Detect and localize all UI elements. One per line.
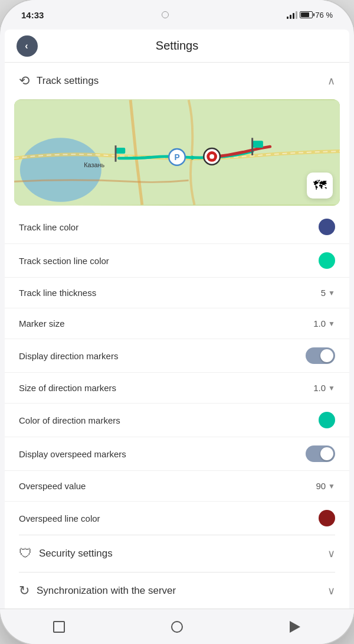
svg-text:Казань: Казань [84,161,104,168]
circle-icon [171,621,183,633]
svg-rect-3 [115,145,117,162]
security-settings-title: Security settings [39,548,113,560]
nav-home-button[interactable] [169,619,185,635]
track-line-color-swatch[interactable] [319,219,335,235]
size-direction-markers-label: Size of direction markers [19,383,116,393]
display-overspeed-markers-toggle[interactable] [306,445,335,462]
color-direction-markers-row[interactable]: Color of direction markers [5,404,349,437]
track-line-color-label: Track line color [19,222,78,232]
track-thickness-row[interactable]: Track line thickness 5 ▼ [5,278,349,308]
security-settings-chevron: ∨ [327,547,335,560]
display-overspeed-markers-row[interactable]: Display overspeed markers [5,437,349,471]
track-thickness-value: 5 [321,288,326,298]
marker-size-value: 1.0 [313,318,326,328]
back-arrow-icon: ‹ [25,41,28,51]
security-settings-header[interactable]: 🛡 Security settings ∨ [5,535,349,572]
track-thickness-dropdown[interactable]: 5 ▼ [321,288,335,298]
triangle-icon [290,621,300,633]
sync-settings-title: Synchronization with the server [37,585,176,597]
size-direction-markers-row[interactable]: Size of direction markers 1.0 ▼ [5,373,349,404]
overspeed-value-dropdown[interactable]: 90 ▼ [316,481,335,491]
map-icon: 🗺 [313,178,326,193]
phone-frame: 14:33 76 % ‹ Settings [0,0,354,644]
svg-rect-2 [116,148,126,154]
track-section-color-row[interactable]: Track section line color [5,244,349,278]
marker-size-arrow: ▼ [328,320,335,328]
overspeed-value-row[interactable]: Overspeed value 90 ▼ [5,471,349,502]
security-settings-icon: 🛡 [19,546,32,561]
track-thickness-arrow: ▼ [328,289,335,297]
track-settings-header[interactable]: ⟲ Track settings ∧ [5,63,349,99]
status-center-dot [162,11,169,18]
square-icon [53,621,65,633]
track-section-color-label: Track section line color [19,256,109,266]
track-line-color-row[interactable]: Track line color [5,210,349,244]
marker-size-dropdown[interactable]: 1.0 ▼ [313,318,335,328]
nav-back-button[interactable] [287,619,303,635]
svg-rect-10 [253,141,263,148]
sync-settings-chevron: ∨ [327,584,335,597]
display-direction-markers-toggle[interactable] [306,347,335,364]
marker-size-label: Marker size [19,318,65,328]
track-thickness-label: Track line thickness [19,288,96,298]
track-settings-icon: ⟲ [19,73,30,89]
sync-settings-header[interactable]: ↻ Synchronization with the server ∨ [5,573,349,609]
overspeed-line-color-swatch[interactable] [319,510,335,526]
app-header: ‹ Settings [5,30,349,63]
display-direction-markers-label: Display direction markers [19,351,118,361]
overspeed-value-arrow: ▼ [328,482,335,490]
scroll-content[interactable]: ⟲ Track settings ∧ [5,63,349,609]
signal-icon [287,11,297,19]
back-button[interactable]: ‹ [17,35,38,57]
track-settings-chevron: ∧ [327,74,335,87]
overspeed-line-color-label: Overspeed line color [19,513,100,523]
display-overspeed-markers-label: Display overspeed markers [19,449,126,459]
battery-icon [300,11,313,18]
track-settings-title: Track settings [37,75,99,87]
toggle-knob-2 [320,447,333,460]
status-icons: 76 % [287,11,333,19]
svg-point-1 [20,138,101,201]
battery-percent: 76 % [315,11,333,19]
color-direction-markers-label: Color of direction markers [19,415,120,425]
svg-point-8 [209,154,214,159]
svg-rect-11 [251,138,253,155]
map-preview: P Казань 🗺 [14,99,340,206]
marker-size-row[interactable]: Marker size 1.0 ▼ [5,308,349,339]
size-direction-markers-value: 1.0 [313,383,326,393]
settings-list: Track line color Track section line colo… [5,210,349,535]
overspeed-value-val: 90 [316,481,326,491]
sync-settings-icon: ↻ [19,583,30,599]
bottom-nav [0,609,354,644]
page-title: Settings [156,39,198,53]
size-direction-markers-dropdown[interactable]: 1.0 ▼ [313,383,335,393]
color-direction-markers-swatch[interactable] [319,412,335,428]
toggle-knob [320,349,333,362]
size-direction-markers-arrow: ▼ [328,384,335,392]
map-expand-button[interactable]: 🗺 [307,173,333,199]
overspeed-value-label: Overspeed value [19,481,86,491]
status-time: 14:33 [21,10,44,20]
nav-square-button[interactable] [51,619,67,635]
map-background: P Казань [14,99,340,206]
track-section-color-swatch[interactable] [319,252,335,269]
app-content: ‹ Settings ⟲ Track settings ∧ [5,30,349,609]
svg-text:P: P [174,153,179,162]
overspeed-line-color-row[interactable]: Overspeed line color [5,502,349,535]
map-svg: P Казань [14,99,340,206]
status-bar: 14:33 76 % [0,0,354,30]
display-direction-markers-row[interactable]: Display direction markers [5,339,349,373]
